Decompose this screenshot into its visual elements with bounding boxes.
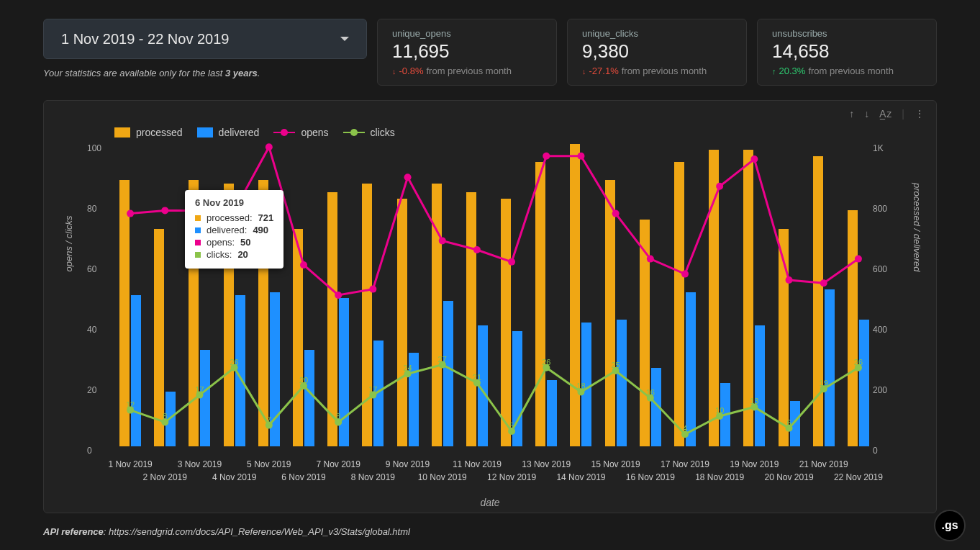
svg-point-7 [369, 286, 376, 293]
y-right-axis-label: processed / delivered [912, 183, 923, 272]
svg-point-18 [750, 155, 758, 163]
chart-card: ↑ ↓ A̲z | ⋮ processed delivered opens cl… [43, 100, 937, 513]
svg-point-13 [577, 153, 584, 160]
stat-value: 9,380 [582, 40, 732, 63]
stat-value: 14,658 [772, 40, 922, 63]
date-range-picker[interactable]: 1 Nov 2019 - 22 Nov 2019 [43, 19, 367, 59]
stat-change: ↓ -27.1% from previous month [582, 66, 732, 76]
gs-badge-icon[interactable]: .gs [934, 510, 966, 541]
svg-point-6 [335, 292, 342, 299]
legend-delivered[interactable]: delivered [197, 127, 260, 138]
svg-point-1 [161, 207, 168, 214]
stat-label: unique_opens [392, 28, 542, 39]
svg-point-21 [855, 256, 862, 263]
svg-point-4 [266, 143, 273, 150]
note: Your statistics are available only for t… [43, 68, 367, 78]
stat-card-unique-opens: unique_opens 11,695 ↓ -0.8% from previou… [377, 19, 557, 86]
api-reference: API reference: https://sendgrid.com/docs… [43, 526, 410, 537]
x-ticks: 1 Nov 20192 Nov 20193 Nov 20194 Nov 2019… [113, 459, 867, 488]
more-icon[interactable]: ⋮ [915, 108, 925, 120]
x-axis-label: date [480, 497, 499, 508]
svg-point-9 [439, 237, 446, 244]
arrow-down-icon: ↓ [582, 67, 586, 76]
svg-point-12 [543, 153, 550, 160]
chart-legend: processed delivered opens clicks [114, 127, 923, 138]
y-right-ticks: 02004006008001K [873, 144, 899, 446]
chart-tooltip: 6 Nov 2019 processed: 721delivered: 490o… [185, 190, 283, 269]
chart-toolbar: ↑ ↓ A̲z | ⋮ [849, 108, 925, 120]
sort-up-icon[interactable]: ↑ [849, 108, 854, 120]
svg-point-19 [786, 276, 793, 284]
chevron-down-icon [340, 37, 349, 41]
svg-point-5 [300, 261, 307, 269]
divider: | [902, 108, 904, 120]
svg-point-14 [612, 210, 620, 217]
stat-card-unsubscribes: unsubscribes 14,658 ↑ 20.3% from previou… [757, 19, 937, 86]
svg-point-10 [473, 246, 481, 253]
stat-value: 11,695 [392, 40, 542, 63]
svg-point-11 [508, 258, 515, 266]
date-range-value: 1 Nov 2019 - 22 Nov 2019 [61, 31, 230, 48]
stat-change: ↓ -0.8% from previous month [392, 66, 542, 76]
y-left-axis-label: opens / clicks [63, 215, 74, 271]
svg-point-16 [681, 271, 689, 278]
svg-point-15 [647, 256, 654, 263]
stat-change: ↑ 20.3% from previous month [772, 66, 922, 76]
stat-label: unsubscribes [772, 28, 922, 39]
arrow-up-icon: ↑ [772, 67, 776, 76]
y-left-ticks: 020406080100 [87, 144, 109, 446]
svg-point-0 [127, 210, 134, 217]
legend-opens[interactable]: opens [273, 127, 328, 138]
svg-point-20 [820, 279, 827, 287]
stat-label: unique_clicks [582, 28, 732, 39]
legend-processed[interactable]: processed [114, 127, 183, 138]
arrow-down-icon: ↓ [392, 67, 396, 76]
chart-plot[interactable]: opens / clicks processed / delivered 020… [113, 144, 867, 446]
svg-point-8 [404, 173, 412, 181]
legend-clicks[interactable]: clicks [343, 127, 395, 138]
svg-point-17 [716, 183, 723, 190]
sort-down-icon[interactable]: ↓ [864, 108, 869, 120]
sort-az-icon[interactable]: A̲z [879, 108, 891, 120]
stat-card-unique-clicks: unique_clicks 9,380 ↓ -27.1% from previo… [567, 19, 747, 86]
